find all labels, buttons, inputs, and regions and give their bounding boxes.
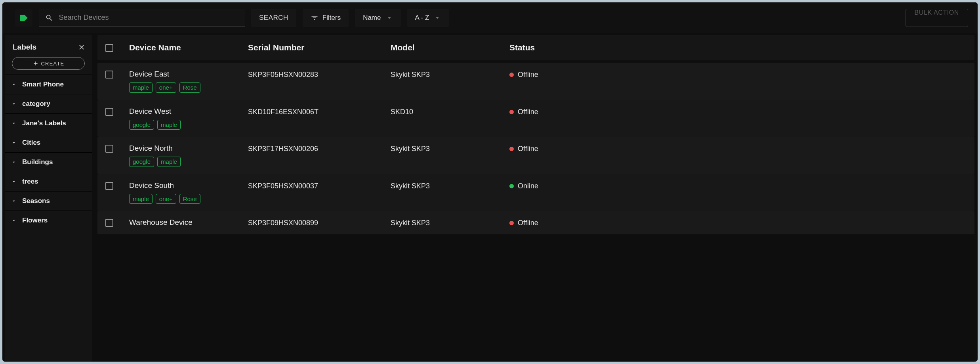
label-group-name: Cities	[22, 139, 40, 147]
chevron-down-icon	[11, 140, 17, 146]
bulk-action-button[interactable]: BULK ACTION	[906, 9, 968, 27]
device-name: Device South	[129, 181, 248, 190]
sort-field-dropdown[interactable]: Name	[355, 9, 400, 27]
table-header-row: Device Name Serial Number Model Status	[97, 35, 974, 60]
label-group[interactable]: Jane's Labels	[5, 113, 92, 133]
select-all-checkbox[interactable]	[105, 44, 113, 52]
status-dot-icon	[509, 73, 514, 77]
sort-order-label: A - Z	[415, 14, 429, 22]
row-checkbox[interactable]	[105, 182, 113, 190]
status-text: Offline	[518, 145, 538, 153]
device-model: Skykit SKP3	[391, 144, 509, 153]
label-chip[interactable]: google	[129, 120, 154, 130]
device-name-cell: Device Eastmapleone+Rose	[129, 70, 248, 93]
label-group[interactable]: Seasons	[5, 191, 92, 211]
search-icon	[45, 13, 53, 22]
label-group-name: trees	[22, 178, 38, 186]
device-status: Offline	[509, 144, 967, 153]
device-status: Offline	[509, 218, 967, 227]
col-serial: Serial Number	[248, 43, 391, 52]
chevron-down-icon	[11, 179, 17, 184]
label-chip[interactable]: maple	[157, 120, 181, 130]
label-group-name: Flowers	[22, 216, 48, 224]
device-model: Skykit SKP3	[391, 218, 509, 227]
device-model: SKD10	[391, 107, 509, 116]
device-label-chips: mapleone+Rose	[129, 82, 248, 93]
status-text: Online	[518, 182, 538, 190]
device-serial: SKD10F16ESXN006T	[248, 107, 391, 116]
label-chip[interactable]: one+	[156, 82, 176, 93]
device-name-cell: Device Westgooglemaple	[129, 107, 248, 130]
device-row[interactable]: Warehouse DeviceSKP3F09HSXN00899Skykit S…	[97, 211, 974, 234]
device-status: Offline	[509, 70, 967, 79]
chevron-down-icon	[11, 101, 17, 107]
create-label-button[interactable]: CREATE	[12, 57, 85, 70]
status-dot-icon	[509, 221, 514, 225]
device-table: Device Name Serial Number Model Status D…	[94, 33, 978, 362]
filter-icon	[311, 14, 318, 22]
col-model: Model	[391, 43, 509, 52]
filters-label: Filters	[322, 14, 341, 22]
label-group[interactable]: Cities	[5, 133, 92, 152]
chevron-down-icon	[11, 159, 17, 165]
status-dot-icon	[509, 110, 514, 114]
sort-order-dropdown[interactable]: A - Z	[407, 9, 449, 27]
device-name: Device East	[129, 70, 248, 79]
row-checkbox[interactable]	[105, 71, 113, 79]
row-checkbox[interactable]	[105, 108, 113, 116]
device-serial: SKP3F09HSXN00899	[248, 218, 391, 227]
status-text: Offline	[518, 219, 538, 227]
label-group-name: Seasons	[22, 197, 50, 205]
chevron-down-icon	[11, 198, 17, 204]
status-text: Offline	[518, 71, 538, 79]
device-name-cell: Device Northgooglemaple	[129, 144, 248, 167]
label-chip[interactable]: google	[129, 157, 154, 167]
chevron-down-icon	[386, 14, 393, 21]
row-checkbox[interactable]	[105, 219, 113, 227]
chevron-down-icon	[11, 82, 17, 87]
status-text: Offline	[518, 108, 538, 116]
device-serial: SKP3F05HSXN00283	[248, 70, 391, 79]
col-device-name: Device Name	[129, 43, 248, 52]
topbar: SEARCH Filters Name A - Z BULK ACTION	[2, 2, 978, 33]
status-dot-icon	[509, 147, 514, 151]
label-group-name: Buildings	[22, 158, 53, 166]
label-group-name: Jane's Labels	[22, 119, 66, 127]
device-row[interactable]: Device WestgooglemapleSKD10F16ESXN006TSK…	[97, 100, 974, 137]
label-chip[interactable]: maple	[129, 82, 153, 93]
label-chip[interactable]: one+	[156, 194, 176, 204]
filters-button[interactable]: Filters	[303, 9, 349, 27]
device-name: Warehouse Device	[129, 218, 248, 227]
labels-header: Labels	[5, 37, 92, 56]
label-chip[interactable]: maple	[129, 194, 153, 204]
device-label-chips: mapleone+Rose	[129, 194, 248, 204]
device-label-chips: googlemaple	[129, 157, 248, 167]
label-group[interactable]: Flowers	[5, 211, 92, 230]
tag-icon	[19, 13, 29, 23]
row-checkbox[interactable]	[105, 145, 113, 153]
labels-toggle-button[interactable]	[15, 9, 32, 27]
label-group[interactable]: trees	[5, 172, 92, 191]
label-chip[interactable]: Rose	[179, 82, 200, 93]
search-field[interactable]	[39, 9, 245, 27]
label-group[interactable]: category	[5, 94, 92, 113]
search-button[interactable]: SEARCH	[251, 9, 296, 27]
label-chip[interactable]: maple	[157, 157, 181, 167]
create-label-text: CREATE	[41, 61, 65, 67]
plus-icon	[32, 60, 39, 67]
label-chip[interactable]: Rose	[179, 194, 200, 204]
chevron-down-icon	[434, 14, 441, 21]
device-row[interactable]: Device NorthgooglemapleSKP3F17HSXN00206S…	[97, 137, 974, 174]
device-label-chips: googlemaple	[129, 120, 248, 130]
label-group[interactable]: Buildings	[5, 152, 92, 172]
label-group[interactable]: Smart Phone	[5, 75, 92, 94]
sort-field-label: Name	[363, 14, 381, 22]
labels-title: Labels	[13, 43, 36, 52]
close-icon[interactable]	[78, 43, 86, 51]
labels-sidebar: Labels CREATE Smart Phone category Jane'…	[5, 35, 92, 362]
status-dot-icon	[509, 184, 514, 188]
search-input[interactable]	[59, 13, 238, 22]
device-row[interactable]: Device Southmapleone+RoseSKP3F05HSXN0003…	[97, 174, 974, 211]
label-group-name: category	[22, 100, 50, 108]
device-row[interactable]: Device Eastmapleone+RoseSKP3F05HSXN00283…	[97, 63, 974, 100]
